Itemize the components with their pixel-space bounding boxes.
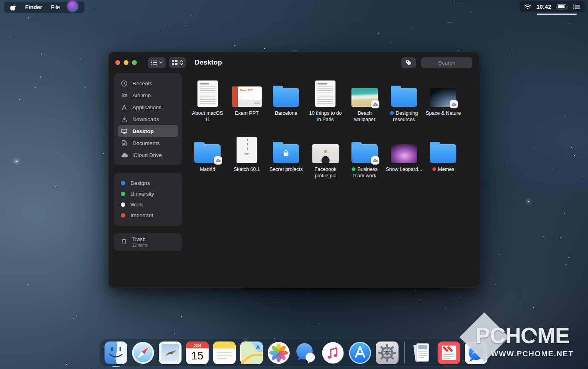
folder-icon — [273, 144, 299, 163]
sidebar-item-label: iCloud Drive — [132, 152, 162, 158]
file-item-10-things-to-do-in-paris[interactable]: 10 things to do in Paris — [306, 78, 345, 123]
menu-item-finder[interactable]: Finder — [25, 4, 42, 10]
star — [104, 135, 104, 136]
wifi-icon[interactable] — [524, 4, 531, 10]
file-item-madrid[interactable]: Madrid — [188, 134, 227, 179]
star — [10, 36, 10, 37]
file-item-business-team-work[interactable]: Business team work — [345, 134, 384, 179]
star — [308, 293, 309, 294]
notes-icon — [213, 342, 236, 364]
sidebar-tag-work[interactable]: Work — [118, 199, 178, 210]
file-item-designing-resources[interactable]: Designing resources — [385, 78, 424, 123]
sidebar-item-label: Applications — [132, 104, 162, 110]
apple-menu[interactable] — [10, 4, 16, 11]
dock-item-messages[interactable] — [294, 342, 317, 364]
dock-item-music[interactable] — [322, 342, 344, 364]
dock-item-maps[interactable] — [240, 342, 263, 364]
star — [571, 147, 572, 148]
group-view-button[interactable] — [169, 57, 186, 68]
sidebar-tag-designs[interactable]: Designs — [118, 178, 178, 188]
dock-divider — [404, 342, 405, 363]
star — [120, 33, 120, 34]
file-label: Designing resources — [386, 110, 422, 123]
file-item-snow-leopard[interactable]: Snow Leopard... — [385, 134, 424, 179]
search-input[interactable] — [421, 57, 472, 68]
file-item-memes[interactable]: Memes — [424, 134, 463, 179]
file-item-exam-ppt[interactable]: Exam PPTExam PPT — [227, 78, 266, 123]
zoom-button[interactable] — [132, 60, 137, 65]
folder-icon — [273, 88, 299, 107]
sidebar-tag-important[interactable]: Important — [118, 210, 178, 221]
icloud-download-badge — [214, 156, 222, 165]
file-item-barcelona[interactable]: Barcelona — [266, 78, 306, 123]
dock-item-photos[interactable] — [267, 342, 290, 364]
sidebar-item-documents[interactable]: Documents — [118, 137, 178, 149]
sidebar-item-desktop[interactable]: Desktop — [118, 125, 178, 137]
dock-item-safari[interactable] — [132, 342, 154, 364]
maps-icon — [240, 342, 263, 364]
tag-button[interactable] — [401, 57, 416, 68]
star — [55, 186, 56, 187]
dock-item-appstore[interactable] — [349, 342, 371, 364]
file-item-space-nature[interactable]: Space & Nature — [424, 78, 463, 123]
sidebar-item-recents[interactable]: Recents — [118, 77, 178, 89]
clock[interactable]: 10:42 — [537, 4, 551, 10]
star — [107, 86, 107, 87]
star — [304, 327, 304, 327]
star — [569, 24, 570, 24]
star — [566, 264, 566, 265]
folder-icon — [430, 144, 456, 163]
file-item-facebook-profile-pic[interactable]: Facebook profile pic — [306, 134, 345, 179]
control-center-icon[interactable] — [573, 4, 580, 10]
minimize-button[interactable] — [124, 60, 128, 65]
list-view-button[interactable] — [148, 57, 166, 68]
tag-color-dot — [121, 192, 125, 196]
sidebar-item-downloads[interactable]: Downloads — [118, 113, 178, 125]
star — [458, 50, 459, 51]
file-view: About macOS 11Exam PPTExam PPTBarcelona1… — [187, 73, 479, 289]
downloads-icon — [121, 116, 128, 123]
sidebar-item-airdrop[interactable]: AirDrop — [118, 89, 178, 101]
file-item-sketch-60-1[interactable]: ZIPSketch 60.1 — [227, 134, 266, 179]
star — [583, 176, 584, 177]
dock-item-downloads-stack[interactable] — [410, 342, 433, 364]
icloud-icon — [121, 152, 128, 159]
file-item-secret-projects[interactable]: Secret projects — [266, 134, 306, 179]
tag-label: University — [130, 191, 154, 197]
star — [310, 297, 311, 298]
dock-item-calendar[interactable]: JUN15 — [186, 342, 209, 364]
menu-item-file[interactable]: File — [51, 4, 60, 10]
grid-view-icon — [172, 60, 178, 65]
star — [28, 285, 28, 285]
document-icon — [197, 80, 218, 107]
sidebar-tag-university[interactable]: University — [118, 188, 178, 199]
star — [264, 48, 265, 49]
star — [464, 45, 465, 46]
file-label: Barcelona — [275, 110, 297, 116]
airdrop-icon — [121, 92, 128, 99]
dock-item-preferences[interactable] — [376, 342, 399, 364]
chevron-down-icon — [159, 61, 163, 64]
star — [246, 324, 247, 324]
system-preferences-icon — [376, 342, 399, 364]
star — [564, 213, 565, 214]
star — [29, 133, 29, 133]
star — [319, 323, 320, 324]
close-button[interactable] — [115, 60, 120, 65]
file-item-about-macos-11[interactable]: About macOS 11 — [188, 78, 227, 123]
sidebar-trash-panel[interactable]: Trash 12 items — [114, 233, 182, 251]
file-item-beach-wallpaper[interactable]: Beach wallpaper — [345, 78, 384, 123]
sidebar-item-label: AirDrop — [132, 92, 151, 98]
sidebar-item-icloud-drive[interactable]: iCloud Drive — [118, 149, 178, 161]
recents-icon — [121, 80, 128, 87]
dock-item-finder[interactable] — [105, 342, 127, 364]
sidebar-item-trash[interactable]: Trash 12 items — [118, 236, 178, 248]
star — [90, 367, 91, 367]
downloads-stack-icon — [410, 342, 433, 364]
sidebar-item-applications[interactable]: Applications — [118, 101, 178, 113]
dock-item-preview[interactable] — [159, 342, 182, 364]
dock-item-notes[interactable] — [213, 342, 236, 364]
star — [274, 296, 275, 297]
dock-item-news[interactable] — [438, 342, 460, 364]
tag-color-dot — [352, 167, 355, 171]
